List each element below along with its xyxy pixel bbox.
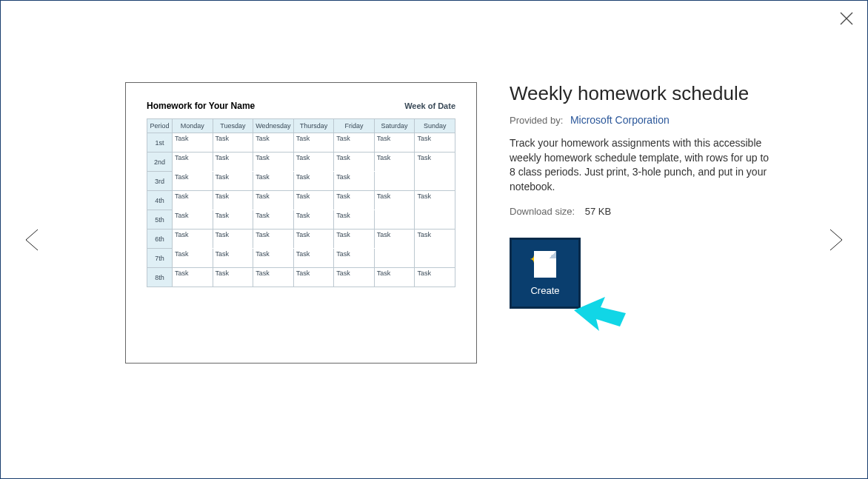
task-cell: Task xyxy=(173,210,213,230)
period-cell: 5th xyxy=(147,210,173,230)
day-header: Tuesday xyxy=(213,119,253,133)
task-cell: Task xyxy=(334,249,375,268)
period-cell: 2nd xyxy=(147,153,173,172)
day-header: Wednesday xyxy=(253,119,294,133)
download-size-value: 57 KB xyxy=(585,206,611,217)
download-size-label: Download size: xyxy=(510,206,575,217)
task-cell: Task xyxy=(293,172,334,191)
task-cell: Task xyxy=(334,191,375,210)
day-header: Thursday xyxy=(293,119,334,133)
task-cell: Task xyxy=(213,172,253,191)
template-thumbnail: Homework for Your Name Week of Date Peri… xyxy=(125,82,477,364)
task-cell: Task xyxy=(415,230,455,268)
previous-template-button[interactable] xyxy=(20,227,47,253)
task-cell: Task xyxy=(293,191,334,210)
template-title: Weekly homework schedule xyxy=(510,82,776,105)
task-cell: Task xyxy=(334,268,375,287)
task-cell: Task xyxy=(293,153,334,172)
task-cell: Task xyxy=(293,133,334,153)
period-cell: 3rd xyxy=(147,172,173,191)
create-button-label: Create xyxy=(530,285,559,296)
task-cell: Task xyxy=(334,172,375,191)
period-cell: 1st xyxy=(147,133,173,153)
task-cell: Task xyxy=(213,133,253,153)
task-cell: Task xyxy=(374,153,415,191)
task-cell: Task xyxy=(374,268,415,287)
provided-by-row: Provided by: Microsoft Corporation xyxy=(510,114,776,126)
period-cell: 7th xyxy=(147,249,173,268)
provider-link[interactable]: Microsoft Corporation xyxy=(570,114,670,126)
schedule-table: Period Monday Tuesday Wednesday Thursday… xyxy=(147,118,455,287)
next-template-button[interactable] xyxy=(821,227,848,253)
period-header: Period xyxy=(147,119,173,133)
task-cell: Task xyxy=(253,268,294,287)
task-cell: Task xyxy=(334,210,375,230)
task-cell: Task xyxy=(213,210,253,230)
task-cell: Task xyxy=(293,249,334,268)
task-cell: Task xyxy=(173,268,213,287)
task-cell: Task xyxy=(213,249,253,268)
task-cell: Task xyxy=(293,210,334,230)
task-cell: Task xyxy=(374,230,415,268)
task-cell: Task xyxy=(334,230,375,249)
download-size-row: Download size: 57 KB xyxy=(510,206,776,217)
task-cell: Task xyxy=(253,249,294,268)
task-cell: Task xyxy=(293,230,334,249)
template-info-panel: Weekly homework schedule Provided by: Mi… xyxy=(510,82,776,364)
template-description: Track your homework assignments with thi… xyxy=(510,136,776,194)
task-cell: Task xyxy=(253,153,294,172)
task-cell: Task xyxy=(173,172,213,191)
task-cell: Task xyxy=(415,268,455,287)
provided-by-label: Provided by: xyxy=(510,115,563,126)
close-icon[interactable] xyxy=(838,10,855,27)
task-cell: Task xyxy=(173,249,213,268)
task-cell: Task xyxy=(415,191,455,230)
task-cell: Task xyxy=(213,268,253,287)
task-cell: Task xyxy=(173,153,213,172)
day-header: Monday xyxy=(173,119,213,133)
task-cell: Task xyxy=(173,191,213,210)
preview-heading: Homework for Your Name xyxy=(147,101,255,111)
task-cell: Task xyxy=(374,191,415,230)
task-cell: Task xyxy=(334,133,375,153)
task-cell: Task xyxy=(253,210,294,230)
period-cell: 8th xyxy=(147,268,173,287)
task-cell: Task xyxy=(253,133,294,153)
day-header: Sunday xyxy=(415,119,455,133)
task-cell: Task xyxy=(293,268,334,287)
task-cell: Task xyxy=(334,153,375,172)
day-header: Friday xyxy=(334,119,375,133)
task-cell: Task xyxy=(415,133,455,153)
task-cell: Task xyxy=(253,230,294,249)
create-button[interactable]: ✦ Create xyxy=(510,238,581,309)
preview-week-label: Week of Date xyxy=(404,101,455,110)
period-cell: 4th xyxy=(147,191,173,210)
document-icon xyxy=(534,251,556,278)
task-cell: Task xyxy=(415,153,455,191)
task-cell: Task xyxy=(253,191,294,210)
task-cell: Task xyxy=(253,172,294,191)
task-cell: Task xyxy=(173,230,213,249)
task-cell: Task xyxy=(374,133,415,153)
template-preview-dialog: Homework for Your Name Week of Date Peri… xyxy=(0,0,868,479)
task-cell: Task xyxy=(173,133,213,153)
day-header: Saturday xyxy=(374,119,415,133)
task-cell: Task xyxy=(213,191,253,210)
period-cell: 6th xyxy=(147,230,173,249)
task-cell: Task xyxy=(213,153,253,172)
task-cell: Task xyxy=(213,230,253,249)
